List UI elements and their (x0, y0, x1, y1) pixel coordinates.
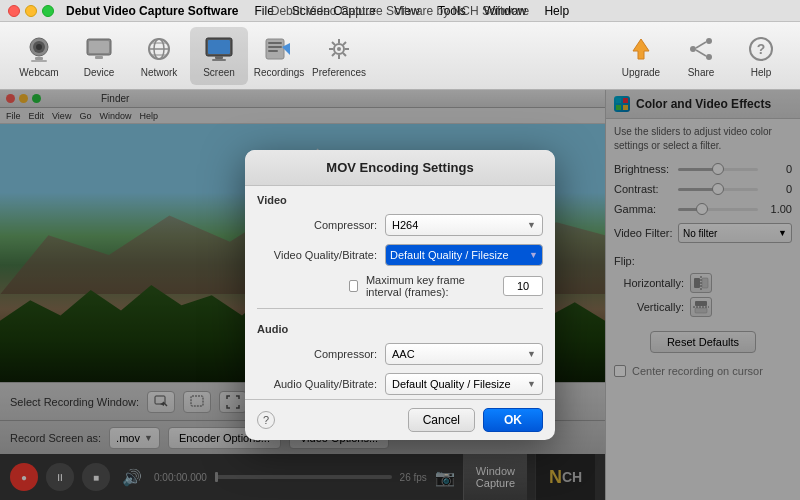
svg-point-34 (690, 46, 696, 52)
encoding-settings-modal: MOV Encoding Settings Video Compressor: … (245, 150, 555, 440)
modal-keyframe-checkbox[interactable] (349, 280, 358, 292)
device-label: Device (84, 67, 115, 78)
minimize-button[interactable] (25, 5, 37, 17)
modal-title: MOV Encoding Settings (245, 150, 555, 186)
modal-video-quality-select[interactable]: Default Quality / Filesize ▼ (385, 244, 543, 266)
compressor-chevron-icon: ▼ (527, 220, 536, 230)
modal-compressor-value: H264 (392, 219, 418, 231)
screen-label: Screen (203, 67, 235, 78)
svg-rect-6 (89, 41, 109, 53)
network-label: Network (141, 67, 178, 78)
toolbar-help[interactable]: ? Help (732, 27, 790, 85)
toolbar-recordings[interactable]: Recordings (250, 27, 308, 85)
app-name: Debut Video Capture Software (66, 4, 238, 18)
modal-audio-quality-row: Audio Quality/Bitrate: Default Quality /… (245, 369, 555, 399)
upgrade-label: Upgrade (622, 67, 660, 78)
toolbar-device[interactable]: Device (70, 27, 128, 85)
modal-video-section: Video (245, 186, 555, 210)
svg-rect-15 (215, 56, 223, 59)
toolbar-share[interactable]: Share (672, 27, 730, 85)
upgrade-icon (625, 33, 657, 65)
svg-text:?: ? (757, 41, 766, 57)
svg-line-31 (332, 53, 335, 56)
svg-rect-3 (35, 57, 43, 60)
modal-audio-quality-select[interactable]: Default Quality / Filesize ▼ (385, 373, 543, 395)
svg-line-36 (696, 42, 706, 48)
modal-video-quality-label: Video Quality/Bitrate: (257, 249, 377, 261)
device-icon (83, 33, 115, 65)
menu-bar: Debut Video Capture Software File Screen… (0, 0, 800, 22)
toolbar-preferences[interactable]: Preferences (310, 27, 368, 85)
svg-marker-32 (633, 39, 649, 59)
modal-audio-compressor-value: AAC (392, 348, 415, 360)
window-title: Debut Video Capture Software by NCH Soft… (271, 4, 530, 18)
help-icon: ? (745, 33, 777, 65)
svg-rect-18 (268, 42, 282, 44)
modal-video-quality-row: Video Quality/Bitrate: Default Quality /… (245, 240, 555, 270)
toolbar-network[interactable]: Network (130, 27, 188, 85)
svg-rect-14 (208, 40, 230, 54)
modal-compressor-select[interactable]: H264 ▼ (385, 214, 543, 236)
modal-audio-quality-label: Audio Quality/Bitrate: (257, 378, 377, 390)
svg-line-28 (332, 42, 335, 45)
svg-point-33 (706, 38, 712, 44)
modal-ok-button[interactable]: OK (483, 408, 543, 432)
audio-quality-chevron-icon: ▼ (527, 379, 536, 389)
help-label: Help (751, 67, 772, 78)
modal-video-quality-value: Default Quality / Filesize (390, 249, 509, 261)
svg-rect-7 (95, 56, 103, 59)
svg-rect-19 (268, 46, 282, 48)
svg-line-29 (343, 53, 346, 56)
svg-point-23 (337, 47, 341, 51)
modal-keyframe-row: Maximum key frame interval (frames): (245, 270, 555, 302)
svg-line-37 (696, 50, 706, 56)
modal-compressor-row: Compressor: H264 ▼ (245, 210, 555, 240)
screen-icon (203, 33, 235, 65)
toolbar-webcam[interactable]: Webcam (10, 27, 68, 85)
svg-point-35 (706, 54, 712, 60)
menu-help[interactable]: Help (540, 4, 573, 18)
webcam-label: Webcam (19, 67, 58, 78)
modal-audio-compressor-row: Compressor: AAC ▼ (245, 339, 555, 369)
toolbar: Webcam Device Network (0, 22, 800, 90)
modal-audio-section: Audio (245, 315, 555, 339)
webcam-icon (23, 33, 55, 65)
modal-keyframe-label: Maximum key frame interval (frames): (366, 274, 495, 298)
close-button[interactable] (8, 5, 20, 17)
video-quality-chevron-icon: ▼ (529, 250, 538, 260)
svg-point-2 (36, 44, 42, 50)
svg-line-30 (343, 42, 346, 45)
svg-rect-4 (31, 60, 47, 62)
svg-rect-20 (268, 50, 278, 52)
traffic-lights (8, 5, 54, 17)
modal-compressor-label: Compressor: (257, 219, 377, 231)
audio-compressor-chevron-icon: ▼ (527, 349, 536, 359)
modal-help-button[interactable]: ? (257, 411, 275, 429)
share-label: Share (688, 67, 715, 78)
modal-divider (257, 308, 543, 309)
network-icon (143, 33, 175, 65)
toolbar-screen[interactable]: Screen (190, 27, 248, 85)
modal-footer: ? Cancel OK (245, 399, 555, 440)
recordings-label: Recordings (254, 67, 305, 78)
modal-overlay: MOV Encoding Settings Video Compressor: … (0, 90, 800, 500)
preferences-label: Preferences (312, 67, 366, 78)
main-content: Finder File Edit View Go Window Help Sel… (0, 90, 800, 500)
recordings-icon (263, 33, 295, 65)
modal-keyframe-input[interactable] (503, 276, 543, 296)
preferences-icon (323, 33, 355, 65)
modal-audio-compressor-select[interactable]: AAC ▼ (385, 343, 543, 365)
toolbar-right-buttons: Upgrade Share ? Help (612, 27, 790, 85)
svg-rect-16 (212, 59, 226, 61)
modal-cancel-button[interactable]: Cancel (408, 408, 475, 432)
share-icon (685, 33, 717, 65)
modal-audio-compressor-label: Compressor: (257, 348, 377, 360)
maximize-button[interactable] (42, 5, 54, 17)
modal-audio-quality-value: Default Quality / Filesize (392, 378, 511, 390)
toolbar-upgrade[interactable]: Upgrade (612, 27, 670, 85)
